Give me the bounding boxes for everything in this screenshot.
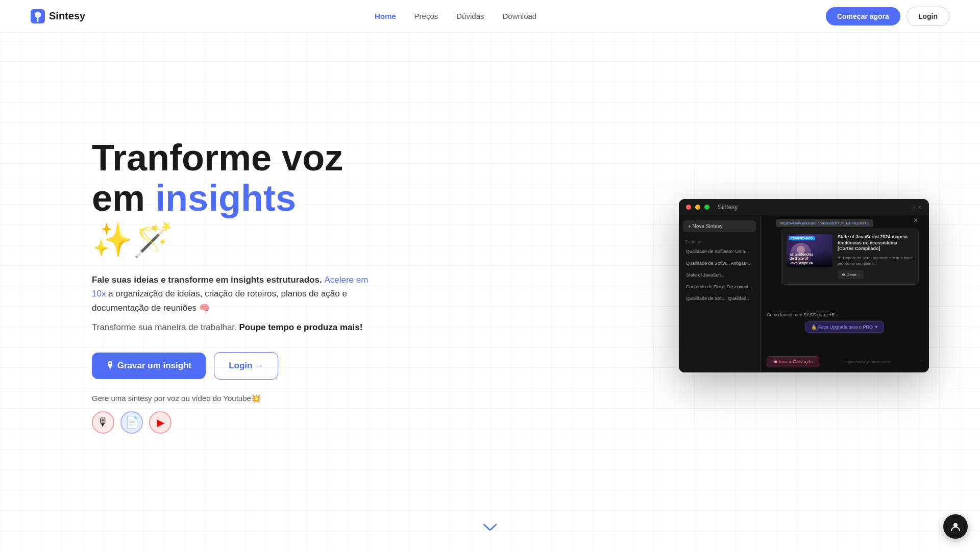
hero-subtitle-bold: Fale suas ideias e transforme em insight…	[92, 275, 322, 285]
sidebar-item-3[interactable]: State of JavaScri...	[683, 270, 756, 280]
app-popup-url: https://www.youtube.com/watch?v=_CFI-lIZ…	[776, 219, 873, 227]
hero-tagline: Transforme sua maneira de trabalhar. Pou…	[92, 321, 378, 334]
upgrade-button[interactable]: 🔒 Faça Upgrade para o PRO ✦	[805, 321, 884, 333]
sidebar-item-2[interactable]: Qualidade de Softw... Antigas Quando Tel…	[683, 258, 756, 268]
titlebar-min-dot	[695, 205, 700, 210]
logo-icon	[31, 9, 45, 23]
app-popup-card: ✕ COMENTAMOS as tendênciasdo State ofJav…	[781, 229, 919, 285]
sidebar-item-1[interactable]: Qualidade de Software: Uma...	[683, 246, 756, 257]
navbar-links: Home Preços Dúvidas Download	[375, 12, 536, 20]
sidebar-section-label: Sinteses	[683, 237, 756, 246]
navbar: Sintesy Home Preços Dúvidas Download Com…	[0, 0, 980, 33]
new-sintesy-button[interactable]: + Nova Sintesy	[683, 220, 756, 232]
app-sidebar: + Nova Sintesy Sinteses Qualidade de Sof…	[679, 215, 761, 372]
svg-point-1	[953, 523, 958, 527]
hero-buttons: 🎙 Gravar um insight Login →	[92, 352, 378, 380]
thumbnail-badge: COMENTAMOS	[789, 236, 815, 240]
app-titlebar: Sintesy ⊡ ✕	[679, 199, 929, 215]
hero-section: Tranforme voz em insights ✨🪄 Fale suas i…	[0, 0, 980, 551]
popup-desc-icon: ⏱	[838, 256, 842, 260]
yt-emoji: ▶	[157, 416, 164, 429]
hero-icons: 🎙 📄 ▶	[92, 411, 378, 434]
app-second-row: Como lancei meu SASS (para +5... 🔒 Faça …	[765, 310, 925, 333]
thumbnail-text: as tendênciasdo State ofJavaScript 24	[787, 251, 832, 267]
titlebar-close-dot	[686, 205, 691, 210]
hero-title-line1: Tranforme voz	[92, 137, 343, 178]
popup-desc: ⏱ Depois de gerar aguarde até que fique …	[838, 255, 913, 266]
app-second-item: Como lancei meu SASS (para +5...	[765, 310, 925, 319]
scroll-indicator[interactable]	[482, 519, 498, 536]
popup-thumbnail: COMENTAMOS as tendênciasdo State ofJavaS…	[787, 234, 832, 267]
hero-title-line2-normal: em	[92, 178, 155, 218]
hero-generate-label: Gere uma sintesy por voz ou vídeo do You…	[92, 394, 378, 403]
logo-text: Sintesy	[49, 10, 85, 22]
app-title-text: Sintesy	[718, 204, 738, 211]
app-body: + Nova Sintesy Sinteses Qualidade de Sof…	[679, 215, 929, 372]
nav-duvidas[interactable]: Dúvidas	[456, 12, 484, 20]
youtube-url-display: https://www.youtube.com...	[844, 360, 893, 364]
popup-title: State of JavaScript 2024 mapeia tendênci…	[838, 234, 913, 252]
hero-subtitle: Fale suas ideias e transforme em insight…	[92, 273, 378, 315]
yt-arrow-icon[interactable]: →	[918, 359, 923, 364]
mic-emoji: 🎙	[97, 416, 109, 429]
comecar-agora-button[interactable]: Começar agora	[826, 7, 900, 26]
record-button[interactable]: 🎙 Gravar um insight	[92, 353, 206, 379]
hero-title-highlight: insights	[155, 178, 296, 218]
chat-icon	[949, 520, 962, 533]
hero-tagline-bold: Poupe tempo e produza mais!	[239, 322, 363, 332]
hero-tagline-part1: Transforme sua maneira de trabalhar.	[92, 322, 237, 332]
doc-emoji: 📄	[125, 416, 139, 429]
popup-gerar-button[interactable]: ⚙ Geral...	[838, 270, 864, 279]
nav-precos[interactable]: Preços	[414, 12, 438, 20]
hero-subtitle-rest: a organização de ideias, criação de rote…	[92, 289, 347, 312]
mic-icon-circle[interactable]: 🎙	[92, 411, 114, 434]
app-bottom-bar: ⏺ Iniciar Gravação https://www.youtube.c…	[761, 356, 929, 367]
chevron-down-icon	[482, 519, 498, 536]
doc-icon-circle[interactable]: 📄	[120, 411, 143, 434]
popup-content: State of JavaScript 2024 mapeia tendênci…	[838, 234, 913, 279]
titlebar-icons: ⊡ ✕	[911, 204, 922, 211]
sidebar-item-5[interactable]: Qualidade de Soft... Qualidade de Softw.…	[683, 293, 756, 304]
login-hero-button[interactable]: Login →	[214, 352, 278, 380]
popup-desc-text: Depois de gerar aguarde até que fique pr…	[838, 256, 913, 266]
hero-right: Sintesy ⊡ ✕ + Nova Sintesy Sinteses Qual…	[679, 199, 929, 372]
navbar-logo[interactable]: Sintesy	[31, 9, 85, 23]
record-start-button[interactable]: ⏺ Iniciar Gravação	[767, 356, 819, 367]
popup-close-button[interactable]: ✕	[913, 217, 918, 224]
nav-home[interactable]: Home	[375, 12, 396, 20]
nav-download[interactable]: Download	[502, 12, 536, 20]
app-main: https://www.youtube.com/watch?v=_CFI-lIZ…	[761, 215, 929, 372]
titlebar-max-dot	[704, 205, 709, 210]
chat-widget-button[interactable]	[943, 514, 968, 539]
hero-title: Tranforme voz em insights ✨🪄	[92, 138, 378, 259]
hero-title-emoji: ✨🪄	[92, 222, 174, 258]
hero-left: Tranforme voz em insights ✨🪄 Fale suas i…	[92, 138, 378, 434]
youtube-icon-circle[interactable]: ▶	[149, 411, 172, 434]
app-window: Sintesy ⊡ ✕ + Nova Sintesy Sinteses Qual…	[679, 199, 929, 372]
login-nav-button[interactable]: Login	[906, 7, 949, 26]
navbar-actions: Começar agora Login	[826, 7, 949, 26]
sidebar-item-4[interactable]: Conteúdo de Plano Desenvovimento de...	[683, 282, 756, 292]
